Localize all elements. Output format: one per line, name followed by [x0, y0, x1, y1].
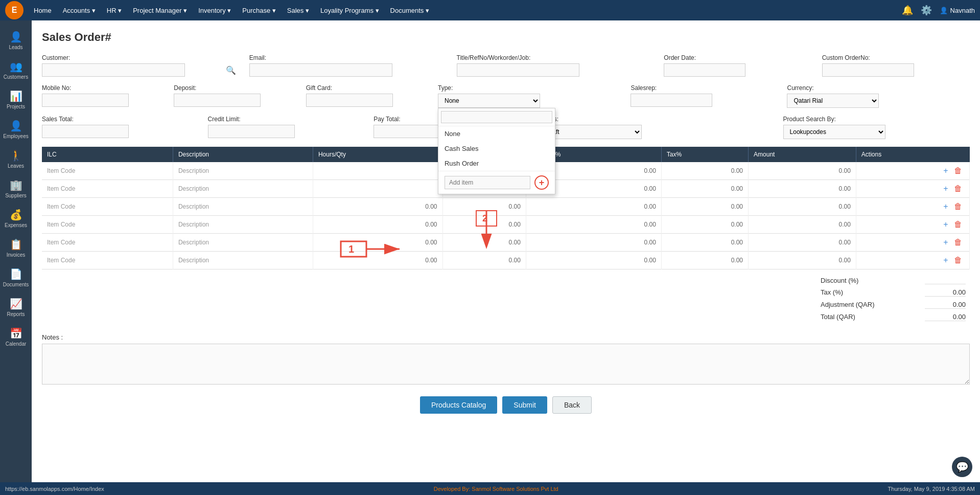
- adjustment-label: Adjustment (QAR): [821, 301, 874, 309]
- nav-documents[interactable]: Documents ▾: [385, 4, 434, 17]
- dropdown-search-area: [438, 108, 555, 126]
- nav-accounts[interactable]: Accounts ▾: [58, 4, 101, 17]
- form-row-1: Customer: 🔍 Email: Title/RefNo/Workorder…: [42, 54, 970, 77]
- salesrep-label: Salesrep:: [631, 84, 777, 92]
- cell-desc-3: Description: [173, 216, 313, 234]
- customer-input[interactable]: [42, 63, 185, 77]
- nav-sales[interactable]: Sales ▾: [282, 4, 314, 17]
- sidebar-item-projects[interactable]: 📊 Projects: [0, 85, 32, 115]
- nav-hr[interactable]: HR ▾: [102, 4, 127, 17]
- add-item-row: +: [438, 171, 555, 194]
- custom-order-label: Custom OrderNo:: [822, 54, 970, 61]
- gift-card-label: Gift Card:: [306, 84, 428, 92]
- product-search-select[interactable]: Lookupcodes: [783, 125, 885, 139]
- sales-total-input[interactable]: [42, 125, 129, 138]
- del-row-button-1[interactable]: 🗑: [952, 183, 964, 194]
- products-catalog-button[interactable]: Products Catalog: [420, 396, 497, 414]
- sidebar-item-invoices[interactable]: 📋 Invoices: [0, 233, 32, 263]
- nav-home[interactable]: Home: [29, 4, 57, 17]
- reports-icon: 📈: [10, 298, 22, 310]
- chat-bubble[interactable]: 💬: [952, 457, 972, 477]
- sidebar-item-suppliers[interactable]: 🏢 Suppliers: [0, 174, 32, 204]
- add-item-plus-button[interactable]: +: [534, 175, 549, 190]
- credit-limit-input[interactable]: [208, 125, 295, 138]
- cell-hours-5: 0.00: [313, 252, 442, 269]
- add-row-button-4[interactable]: +: [941, 237, 950, 248]
- calendar-icon: 📅: [10, 327, 22, 340]
- del-row-button-0[interactable]: 🗑: [952, 165, 964, 176]
- top-navigation: E Home Accounts ▾ HR ▾ Project Manager ▾…: [0, 0, 980, 20]
- status-field-group: Status: Draft: [540, 116, 773, 139]
- leaves-icon: 🚶: [10, 149, 22, 162]
- type-select[interactable]: None Cash Sales Rush Order: [438, 94, 540, 108]
- deposit-input[interactable]: [174, 94, 261, 107]
- gift-card-input[interactable]: [306, 94, 393, 107]
- cell-actions-5: + 🗑: [856, 252, 969, 269]
- nav-purchase[interactable]: Purchase ▾: [237, 4, 281, 17]
- add-row-button-1[interactable]: +: [941, 183, 950, 194]
- mobile-input[interactable]: [42, 94, 129, 107]
- add-row-button-2[interactable]: +: [941, 201, 950, 212]
- del-row-button-5[interactable]: 🗑: [952, 255, 964, 266]
- notes-textarea[interactable]: [42, 344, 970, 385]
- sidebar-item-leaves[interactable]: 🚶 Leaves: [0, 144, 32, 174]
- col-amount: Amount: [749, 147, 856, 162]
- salesrep-input[interactable]: nayank: [631, 94, 712, 107]
- sales-total-field-group: Sales Total:: [42, 116, 198, 138]
- sidebar-label-suppliers: Suppliers: [5, 193, 27, 198]
- sidebar-label-leaves: Leaves: [8, 163, 24, 169]
- back-button[interactable]: Back: [552, 396, 592, 414]
- email-field-group: Email:: [249, 54, 447, 77]
- currency-select[interactable]: Qatari Rial: [787, 94, 879, 108]
- sidebar-item-customers[interactable]: 👥 Customers: [0, 55, 32, 85]
- notification-icon[interactable]: 🔔: [902, 5, 913, 16]
- dropdown-option-rush-order[interactable]: Rush Order: [438, 156, 555, 171]
- expenses-icon: 💰: [10, 209, 22, 221]
- dropdown-search-input[interactable]: [441, 111, 552, 123]
- col-description: Description: [173, 147, 313, 162]
- del-row-button-2[interactable]: 🗑: [952, 201, 964, 212]
- nav-inventory[interactable]: Inventory ▾: [193, 4, 236, 17]
- del-row-button-3[interactable]: 🗑: [952, 219, 964, 230]
- notes-label: Notes :: [42, 333, 970, 341]
- sidebar-item-expenses[interactable]: 💰 Expenses: [0, 204, 32, 233]
- sidebar-item-reports[interactable]: 📈 Reports: [0, 292, 32, 322]
- cell-hours-1: [313, 180, 442, 198]
- order-date-input[interactable]: 2019-05-09: [664, 63, 745, 77]
- user-menu[interactable]: 👤 Navnath: [940, 7, 975, 14]
- sidebar-item-employees[interactable]: 👤 Employees: [0, 115, 32, 144]
- submit-button[interactable]: Submit: [502, 396, 547, 414]
- add-row-button-0[interactable]: +: [941, 165, 950, 176]
- cell-hours-4: 0.00: [313, 234, 442, 252]
- del-row-button-4[interactable]: 🗑: [952, 237, 964, 248]
- cell-tax-3: 0.00: [661, 216, 748, 234]
- bottom-buttons: Products Catalog Submit Back: [42, 396, 970, 429]
- email-input[interactable]: [249, 63, 392, 77]
- add-item-input[interactable]: [445, 176, 530, 189]
- type-label: Type:: [438, 84, 621, 92]
- sidebar-item-leads[interactable]: 👤 Leads: [0, 26, 32, 55]
- product-search-field-group: Product Search By: Lookupcodes: [783, 116, 970, 139]
- dropdown-option-cash-sales[interactable]: Cash Sales: [438, 141, 555, 156]
- sidebar-label-reports: Reports: [7, 311, 25, 317]
- cell-discount-5: 0.00: [526, 252, 661, 269]
- cell-discount-3: 0.00: [526, 216, 661, 234]
- cell-tax-2: 0.00: [661, 198, 748, 216]
- cell-discount-2: 0.00: [526, 198, 661, 216]
- dropdown-option-none[interactable]: None: [438, 126, 555, 141]
- title-ref-input[interactable]: [457, 63, 579, 77]
- cell-ilc-4: Item Code: [42, 234, 173, 252]
- settings-icon[interactable]: ⚙️: [921, 5, 932, 16]
- customer-search-icon[interactable]: 🔍: [226, 65, 236, 75]
- cell-ilc-3: Item Code: [42, 216, 173, 234]
- custom-order-field-group: Custom OrderNo:: [822, 54, 970, 77]
- add-row-button-3[interactable]: +: [941, 219, 950, 230]
- nav-project-manager[interactable]: Project Manager ▾: [128, 4, 192, 17]
- col-hours-qty: Hours/Qty: [313, 147, 442, 162]
- sidebar-item-calendar[interactable]: 📅 Calendar: [0, 322, 32, 352]
- custom-order-input[interactable]: [822, 63, 914, 77]
- nav-loyalty[interactable]: Loyality Programs ▾: [315, 4, 384, 17]
- salesrep-field-group: Salesrep: nayank: [631, 84, 777, 107]
- add-row-button-5[interactable]: +: [941, 255, 950, 266]
- sidebar-item-documents[interactable]: 📄 Documents: [0, 263, 32, 292]
